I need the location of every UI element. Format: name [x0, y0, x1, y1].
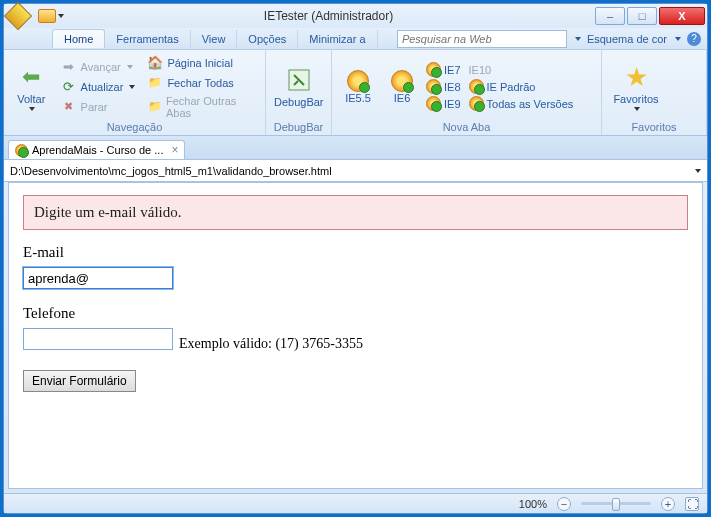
search-dropdown-icon[interactable] [575, 37, 581, 41]
phone-field[interactable] [23, 328, 173, 350]
favorites-label: Favoritos [613, 93, 658, 105]
phone-hint: Exemplo válido: (17) 3765-3355 [179, 336, 363, 352]
forward-label: Avançar [81, 61, 121, 73]
zoom-out-button[interactable]: − [557, 497, 571, 511]
ie-default-button[interactable]: IE Padrão [469, 79, 574, 94]
group-label: Navegação [10, 120, 259, 135]
home-label: Página Inicial [167, 57, 232, 69]
ribbon: ⬅ Voltar ➡Avançar ⟳Atualizar ✖Parar 🏠Pág… [4, 50, 707, 136]
forward-button[interactable]: ➡Avançar [57, 58, 140, 76]
ie8-button[interactable]: IE8 [426, 79, 461, 94]
ie6-label: IE6 [394, 92, 411, 104]
phone-label: Telefone [23, 305, 688, 322]
error-message: Digite um e-mail válido. [23, 195, 688, 230]
arrow-forward-icon: ➡ [61, 59, 77, 75]
ie7-label: IE7 [444, 64, 461, 76]
tab-opcoes[interactable]: Opções [237, 30, 298, 48]
zoom-level: 100% [519, 498, 547, 510]
close-button[interactable]: X [659, 7, 705, 25]
stop-icon: ✖ [61, 99, 77, 115]
email-field[interactable] [23, 267, 173, 289]
address-input[interactable]: D:\Desenvolvimento\mc_jogos_html5_m1\val… [10, 165, 693, 177]
address-bar: D:\Desenvolvimento\mc_jogos_html5_m1\val… [4, 160, 707, 182]
color-scheme-link[interactable]: Esquema de cor [587, 33, 667, 45]
zoom-in-button[interactable]: + [661, 497, 675, 511]
zoom-slider[interactable] [581, 502, 651, 505]
home-icon: 🏠 [147, 55, 163, 71]
stop-button[interactable]: ✖Parar [57, 98, 140, 116]
status-bar: 100% − + ⛶ [4, 493, 707, 513]
ie10-button[interactable]: IE10 [469, 64, 514, 76]
tab-view[interactable]: View [191, 30, 238, 48]
page-tabstrip: AprendaMais - Curso de ... × [4, 136, 707, 160]
close-others-label: Fechar Outras Abas [166, 95, 255, 119]
tab-minimizar[interactable]: Minimizar a [298, 30, 377, 48]
ie-icon [426, 96, 441, 111]
page-content: Digite um e-mail válido. E-mail Telefone… [8, 182, 703, 489]
titlebar: IETester (Administrador) – □ X [4, 4, 707, 28]
page-tab[interactable]: AprendaMais - Curso de ... × [8, 140, 185, 159]
ribbon-tabs: Home Ferramentas View Opções Minimizar a… [4, 28, 707, 50]
all-versions-label: Todas as Versões [487, 98, 574, 110]
email-label: E-mail [23, 244, 688, 261]
close-all-label: Fechar Todas [167, 77, 233, 89]
close-all-button[interactable]: 📁Fechar Todas [143, 74, 259, 92]
help-icon[interactable]: ? [687, 32, 701, 46]
debugbar-icon [285, 66, 313, 94]
app-logo-icon [4, 2, 32, 30]
favorites-button[interactable]: ★ Favoritos [608, 53, 664, 120]
all-versions-button[interactable]: Todas as Versões [469, 96, 574, 111]
group-label: DebugBar [272, 120, 325, 135]
submit-button[interactable]: Enviar Formulário [23, 370, 136, 392]
chevron-down-icon[interactable] [675, 37, 681, 41]
ie-icon [469, 79, 484, 94]
ie9-button[interactable]: IE9 [426, 96, 461, 111]
chevron-down-icon [127, 65, 133, 69]
ie10-label: IE10 [469, 64, 492, 76]
ie7-button[interactable]: IE7 [426, 62, 461, 77]
back-label: Voltar [17, 93, 45, 105]
web-search-input[interactable] [397, 30, 567, 48]
debugbar-label: DebugBar [274, 96, 324, 108]
chevron-down-icon [634, 107, 640, 111]
refresh-button[interactable]: ⟳Atualizar [57, 78, 140, 96]
debugbar-button[interactable]: DebugBar [272, 53, 326, 120]
group-label: Nova Aba [338, 120, 595, 135]
stop-label: Parar [81, 101, 108, 113]
ie-icon [347, 70, 369, 92]
page-tab-title: AprendaMais - Curso de ... [32, 144, 163, 156]
ie-icon [426, 62, 441, 77]
tab-home[interactable]: Home [52, 29, 105, 48]
fullscreen-button[interactable]: ⛶ [685, 497, 699, 511]
minimize-button[interactable]: – [595, 7, 625, 25]
chevron-down-icon [129, 85, 135, 89]
ie-icon [469, 96, 484, 111]
ie-icon [426, 79, 441, 94]
ie55-button[interactable]: IE5.5 [338, 68, 378, 106]
back-button[interactable]: ⬅ Voltar [10, 53, 53, 120]
chevron-down-icon [29, 107, 35, 111]
ie8-label: IE8 [444, 81, 461, 93]
home-button[interactable]: 🏠Página Inicial [143, 54, 259, 72]
window-title: IETester (Administrador) [64, 9, 593, 23]
refresh-label: Atualizar [81, 81, 124, 93]
maximize-button[interactable]: □ [627, 7, 657, 25]
ie-default-label: IE Padrão [487, 81, 536, 93]
group-label: Favoritos [608, 120, 700, 135]
refresh-icon: ⟳ [61, 79, 77, 95]
star-icon: ★ [622, 63, 650, 91]
open-folder-icon[interactable] [38, 9, 56, 23]
ie-icon [391, 70, 413, 92]
ie9-label: IE9 [444, 98, 461, 110]
close-others-button[interactable]: 📁Fechar Outras Abas [143, 94, 259, 120]
ie-icon [15, 144, 28, 157]
chevron-down-icon[interactable] [695, 169, 701, 173]
folder-close-icon: 📁 [147, 75, 163, 91]
ie6-button[interactable]: IE6 [382, 68, 422, 106]
ie55-label: IE5.5 [345, 92, 371, 104]
tab-ferramentas[interactable]: Ferramentas [105, 30, 190, 48]
close-tab-icon[interactable]: × [171, 143, 178, 157]
arrow-back-icon: ⬅ [17, 63, 45, 91]
folder-close-icon: 📁 [147, 99, 162, 115]
